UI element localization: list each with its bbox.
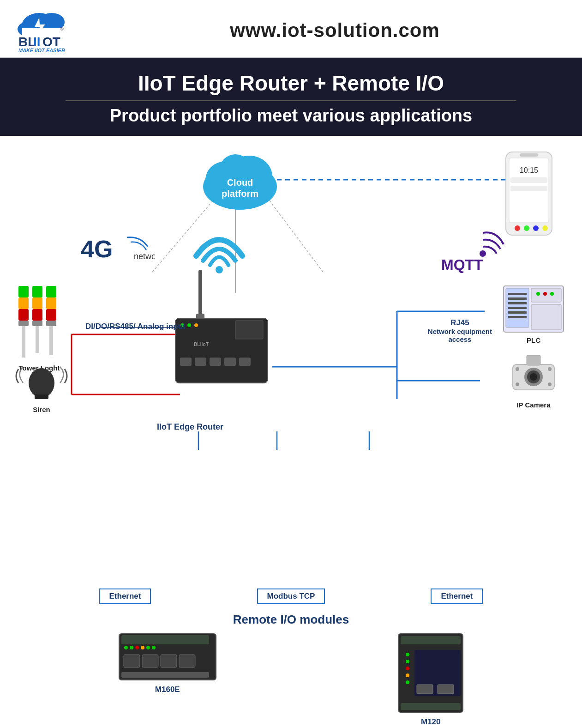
svg-rect-63	[22, 325, 25, 358]
svg-rect-109	[161, 655, 177, 667]
svg-text:platform: platform	[222, 188, 258, 199]
svg-rect-61	[235, 321, 263, 339]
svg-rect-68	[36, 325, 39, 353]
svg-rect-71	[32, 297, 42, 309]
svg-point-116	[152, 646, 156, 649]
svg-rect-86	[508, 297, 527, 300]
svg-rect-65	[18, 309, 29, 321]
svg-rect-70	[32, 309, 42, 321]
svg-point-42	[542, 225, 548, 231]
4g-label: 4G network	[81, 235, 155, 265]
svg-point-99	[516, 367, 519, 371]
ip-camera: IP Camera	[499, 353, 568, 409]
svg-rect-79	[35, 394, 48, 399]
module-m160e: M160E	[117, 631, 218, 694]
camera-svg	[499, 353, 568, 399]
wifi-icon	[192, 228, 247, 276]
svg-text:OT: OT	[42, 35, 60, 49]
dido-label: DI/DO/RS485/ Analog input	[85, 321, 186, 333]
modbus-label: Modbus TCP	[257, 588, 325, 604]
svg-rect-89	[508, 311, 527, 314]
svg-point-78	[29, 368, 54, 398]
svg-point-39	[515, 225, 520, 231]
mqtt-label: MQTT	[441, 228, 506, 276]
plc-svg	[501, 284, 566, 334]
4g-svg: 4G network	[81, 235, 155, 263]
svg-rect-67	[18, 286, 29, 297]
svg-point-115	[146, 646, 150, 649]
bliiot-logo: BL II OT MAKE IIOT EASIER ®	[14, 8, 106, 52]
router-svg: BLIIoT	[166, 270, 277, 408]
svg-rect-59	[224, 358, 236, 366]
svg-rect-69	[32, 321, 42, 326]
phone-container: 10:15	[504, 150, 554, 239]
svg-rect-127	[417, 685, 433, 694]
diagram-area: Cloud platform 10:15 4G netwo	[0, 136, 582, 579]
svg-rect-57	[195, 358, 206, 366]
svg-point-112	[130, 646, 133, 649]
svg-text:Cloud: Cloud	[227, 177, 253, 188]
svg-rect-87	[508, 302, 527, 304]
svg-rect-128	[438, 685, 454, 694]
website-url: www.iot-solution.com	[106, 19, 564, 42]
svg-point-55	[194, 323, 198, 327]
svg-rect-64	[18, 321, 29, 326]
module-m120: M120	[396, 631, 465, 727]
svg-rect-43	[520, 153, 538, 157]
cloud-container: Cloud platform	[198, 145, 282, 210]
svg-point-113	[135, 646, 139, 649]
svg-point-114	[141, 646, 144, 649]
logo-area: BL II OT MAKE IIOT EASIER ®	[14, 8, 106, 52]
svg-point-41	[533, 225, 539, 231]
svg-rect-88	[508, 307, 527, 309]
svg-point-93	[550, 292, 554, 296]
rj45-label: RJ45 Network equipment access	[428, 318, 492, 343]
router-device: BLIIoT	[166, 270, 277, 410]
protocol-labels: Ethernet Modbus TCP Ethernet	[0, 584, 582, 609]
svg-rect-73	[49, 325, 53, 355]
svg-point-100	[548, 367, 552, 371]
siren-svg	[14, 362, 69, 404]
svg-point-123	[406, 667, 409, 670]
svg-rect-56	[180, 358, 192, 366]
svg-rect-72	[32, 286, 42, 297]
svg-rect-98	[527, 355, 540, 365]
svg-rect-120	[401, 703, 461, 710]
remote-section: Ethernet Modbus TCP Ethernet Remote I/O …	[0, 579, 582, 728]
svg-rect-77	[46, 286, 56, 297]
svg-point-40	[524, 225, 529, 231]
svg-point-92	[543, 292, 547, 296]
banner-subtitle: Product portfolio meet various applicati…	[9, 106, 573, 126]
dark-banner: IIoT Edge Router + Remote I/O Product po…	[0, 58, 582, 136]
svg-point-102	[548, 382, 552, 386]
svg-point-125	[406, 680, 409, 684]
phone-svg: 10:15	[504, 150, 554, 237]
svg-rect-90	[508, 316, 527, 318]
svg-text:BLIIoT: BLIIoT	[194, 341, 209, 347]
svg-rect-60	[239, 358, 251, 366]
svg-rect-110	[179, 655, 195, 667]
svg-point-122	[406, 660, 409, 663]
svg-point-47	[480, 250, 486, 257]
m120-svg	[396, 631, 465, 715]
svg-rect-58	[210, 358, 221, 366]
plc-right: PLC	[501, 284, 566, 344]
ethernet-right-label: Ethernet	[431, 588, 483, 604]
ethernet-left-label: Ethernet	[99, 588, 151, 604]
cloud-svg: Cloud platform	[198, 145, 282, 210]
router-label: IIoT Edge Router	[157, 422, 223, 432]
svg-point-121	[406, 653, 409, 656]
svg-text:MAKE IIOT EASIER: MAKE IIOT EASIER	[18, 48, 65, 52]
svg-rect-75	[46, 309, 56, 321]
svg-point-111	[124, 646, 128, 649]
svg-rect-106	[121, 672, 209, 678]
svg-rect-107	[124, 655, 140, 667]
svg-point-54	[187, 323, 191, 327]
banner-title: IIoT Edge Router + Remote I/O	[9, 71, 573, 96]
svg-text:network: network	[134, 252, 155, 261]
svg-text:II: II	[33, 35, 41, 49]
svg-rect-84	[531, 304, 561, 330]
svg-rect-49	[198, 270, 202, 316]
mqtt-svg: MQTT	[441, 228, 506, 274]
m160e-svg	[117, 631, 218, 682]
